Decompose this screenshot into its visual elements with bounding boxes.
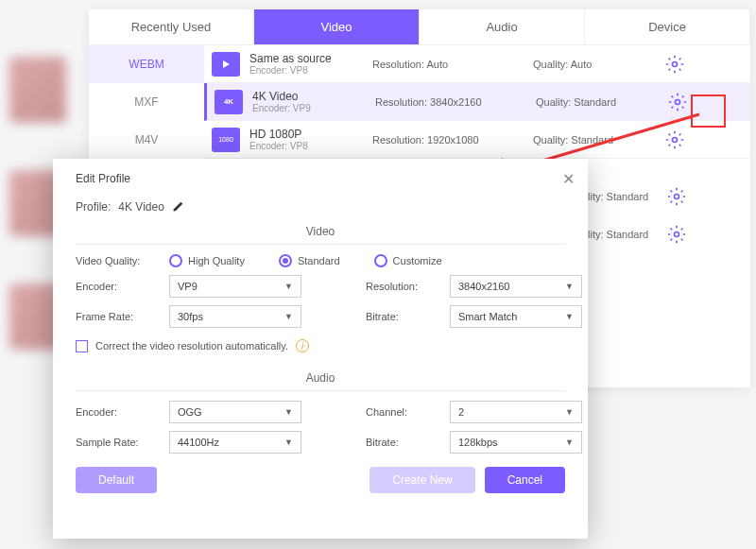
chevron-down-icon: ▼ (284, 312, 293, 321)
encoder-select[interactable]: VP9▼ (169, 275, 301, 298)
samplerate-select[interactable]: 44100Hz▼ (169, 431, 301, 454)
radio-customize[interactable]: Customize (374, 254, 442, 267)
partial-row: lity: Standard (588, 187, 686, 206)
samplerate-label: Sample Rate: (76, 437, 165, 448)
svg-point-1 (673, 61, 678, 66)
channel-label: Channel: (366, 406, 446, 418)
framerate-select[interactable]: 30fps▼ (169, 305, 301, 328)
chevron-down-icon: ▼ (565, 437, 574, 447)
sidebar-item-webm[interactable]: WEBM (89, 45, 204, 83)
tab-video[interactable]: Video (254, 9, 420, 44)
chevron-down-icon: ▼ (284, 437, 293, 447)
chevron-down-icon: ▼ (284, 282, 293, 291)
qual-label: Quality: (533, 134, 568, 146)
tab-recently-used[interactable]: Recently Used (89, 9, 254, 44)
bitrate-select[interactable]: Smart Match▼ (450, 305, 582, 328)
chevron-down-icon: ▼ (565, 407, 574, 417)
format-title: 4K Video (252, 90, 375, 103)
svg-point-4 (675, 195, 679, 199)
channel-select[interactable]: 2▼ (450, 401, 582, 423)
svg-point-5 (675, 232, 679, 237)
format-encoder: Encoder: VP8 (249, 65, 372, 76)
qual-value: Standard (574, 96, 616, 108)
audio-encoder-select[interactable]: OGG▼ (169, 401, 301, 423)
checkbox-label: Correct the video resolution automatical… (95, 340, 288, 352)
chevron-down-icon: ▼ (565, 282, 574, 291)
default-button[interactable]: Default (76, 467, 157, 493)
gear-icon[interactable] (665, 55, 684, 74)
format-icon-4k: 4K (215, 90, 243, 114)
res-label: Resolution: (375, 96, 427, 108)
framerate-label: Frame Rate: (76, 311, 165, 322)
gear-icon[interactable] (668, 93, 687, 112)
partial-row: lity: Standard (588, 225, 686, 244)
res-value: 1920x1080 (427, 134, 478, 146)
gear-icon[interactable] (665, 130, 684, 149)
audio-section-title: Audio (76, 371, 565, 391)
quality-label: Video Quality: (76, 255, 165, 266)
video-section-title: Video (76, 225, 565, 245)
sidebar-item-mxf[interactable]: MXF (89, 83, 204, 121)
qual-label: Quality: (533, 59, 568, 70)
format-icon (212, 52, 240, 77)
format-icon-1080: 1080 (212, 128, 240, 152)
res-value: 3840x2160 (430, 96, 481, 108)
sidebar-item-m4v[interactable]: M4V (89, 121, 204, 159)
format-title: Same as source (249, 52, 372, 65)
res-label: Resolution: (372, 134, 424, 146)
modal-title: Edit Profile (76, 172, 565, 185)
audio-bitrate-label: Bitrate: (366, 437, 446, 448)
resolution-label: Resolution: (366, 281, 446, 292)
format-row[interactable]: 1080 HD 1080P Encoder: VP8 Resolution: 1… (204, 121, 750, 159)
chevron-down-icon: ▼ (284, 407, 293, 417)
profile-label: Profile: (76, 200, 111, 214)
res-label: Resolution: (372, 59, 424, 70)
format-tabs: Recently Used Video Audio Device (89, 9, 750, 45)
tab-device[interactable]: Device (585, 9, 750, 44)
edit-profile-modal: Edit Profile ✕ Profile: 4K Video Video V… (53, 159, 588, 539)
info-icon[interactable]: i (296, 339, 309, 352)
tab-audio[interactable]: Audio (420, 9, 585, 44)
radio-standard[interactable]: Standard (279, 254, 340, 267)
resolution-select[interactable]: 3840x2160▼ (450, 275, 582, 298)
profile-value: 4K Video (118, 200, 164, 214)
qual-value: Auto (571, 59, 593, 70)
create-new-button[interactable]: Create New (369, 467, 474, 493)
qual-label: Quality: (536, 96, 571, 108)
close-icon[interactable]: ✕ (562, 170, 575, 188)
encoder-label: Encoder: (76, 281, 165, 292)
format-row[interactable]: Same as source Encoder: VP8 Resolution: … (204, 45, 750, 83)
pencil-icon[interactable] (172, 201, 183, 213)
format-encoder: Encoder: VP9 (252, 103, 375, 113)
cancel-button[interactable]: Cancel (485, 467, 565, 493)
chevron-down-icon: ▼ (565, 312, 574, 321)
format-title: HD 1080P (249, 128, 372, 141)
audio-encoder-label: Encoder: (76, 406, 165, 418)
audio-bitrate-select[interactable]: 128kbps▼ (450, 431, 582, 454)
svg-point-3 (673, 137, 678, 142)
radio-high-quality[interactable]: High Quality (169, 254, 245, 267)
format-encoder: Encoder: VP8 (249, 141, 372, 151)
svg-marker-0 (223, 60, 230, 68)
gear-icon[interactable] (667, 225, 686, 244)
format-list: Same as source Encoder: VP8 Resolution: … (204, 45, 750, 159)
svg-point-2 (676, 99, 680, 104)
format-row[interactable]: 4K 4K Video Encoder: VP9 Resolution: 384… (204, 83, 750, 121)
auto-resolution-checkbox[interactable] (76, 340, 88, 352)
bitrate-label: Bitrate: (366, 311, 446, 322)
res-value: Auto (427, 59, 449, 70)
gear-icon[interactable] (667, 187, 686, 206)
qual-value: Standard (571, 134, 613, 146)
